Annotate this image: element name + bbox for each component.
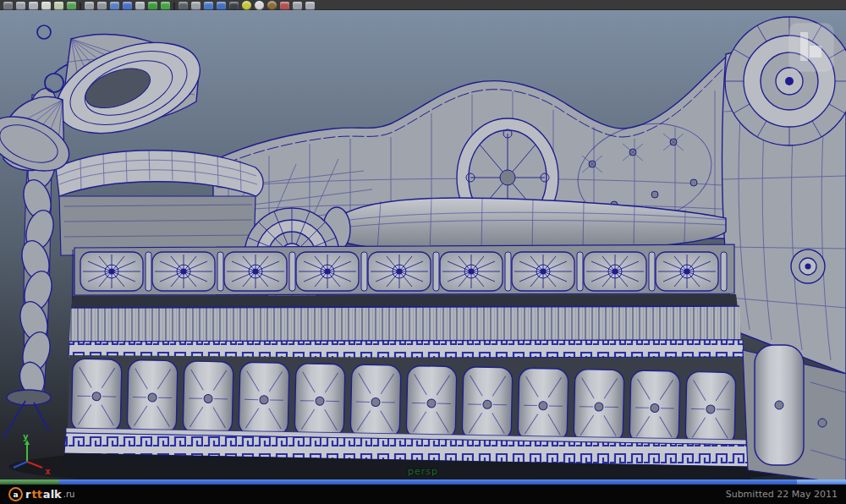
logo-domain: .ru (63, 490, 75, 499)
select-by-object-icon[interactable] (217, 2, 226, 10)
construction-history-icon[interactable] (179, 2, 188, 10)
arttalk-logo: arttalk.ru (8, 487, 74, 501)
shaded-display-sphere-icon[interactable] (255, 1, 264, 10)
snap-to-curve-icon[interactable] (123, 2, 132, 10)
redo-icon[interactable] (97, 2, 107, 10)
perspective-viewport[interactable]: y x (0, 10, 846, 479)
submitted-date: Submitted 22 May 2011 (726, 489, 838, 500)
logo-part1: r (25, 488, 30, 501)
highlight-shading-sphere-icon[interactable] (242, 1, 251, 10)
new-scene-icon[interactable] (41, 2, 51, 10)
select-by-component-icon[interactable] (229, 2, 239, 10)
greek-key-border-top (69, 340, 744, 359)
lasso-tool-icon[interactable] (16, 2, 25, 10)
quick-selection-icon[interactable] (191, 2, 201, 10)
render-current-frame-icon[interactable] (280, 2, 289, 10)
snap-to-point-icon[interactable] (135, 2, 145, 10)
logo-circle-icon: a (8, 487, 23, 501)
seat-rosette-band[interactable] (74, 244, 734, 295)
select-tool-icon[interactable] (3, 2, 13, 10)
open-scene-icon[interactable] (54, 2, 63, 10)
logo-accent: tt (31, 488, 41, 501)
undo-icon[interactable] (85, 2, 94, 10)
render-settings-icon[interactable] (305, 2, 315, 10)
snap-to-view-plane-icon[interactable] (148, 2, 157, 10)
ribbed-molding (69, 306, 741, 342)
right-lower-volute (791, 249, 825, 283)
textured-display-sphere-icon[interactable] (267, 1, 277, 10)
select-by-hierarchy-icon[interactable] (204, 2, 213, 10)
photobucket-watermark-icon (789, 24, 833, 71)
paint-select-tool-icon[interactable] (29, 2, 38, 10)
axis-x-label: x (45, 466, 51, 477)
status-line (0, 0, 846, 10)
snap-to-grid-icon[interactable] (110, 2, 119, 10)
axis-y-label: y (23, 431, 29, 442)
toolbar-separator (173, 3, 175, 10)
make-live-icon[interactable] (161, 2, 170, 10)
footer-bar: arttalk.ru Submitted 22 May 2011 (0, 485, 846, 504)
ipr-render-icon[interactable] (293, 2, 302, 10)
scene-wireframe-sofa: y x (0, 10, 846, 479)
toolbar-separator (80, 3, 81, 10)
logo-part2: alk (43, 488, 62, 501)
save-scene-icon[interactable] (67, 2, 76, 10)
lamp-base (7, 390, 51, 405)
maya-window: y x persp arttalk.ru Submitted 22 May 20… (0, 0, 846, 504)
